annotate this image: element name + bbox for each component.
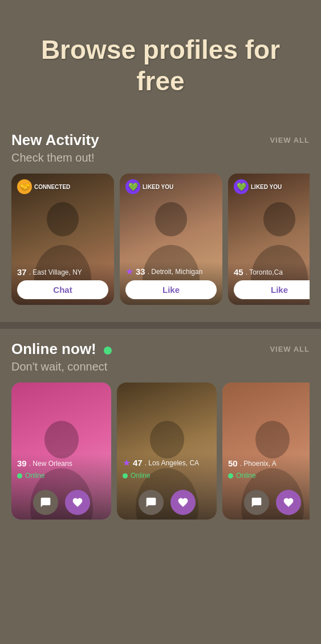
online-now-header: Online now! VIEW ALL (11, 340, 310, 358)
online-dot-3 (228, 473, 233, 478)
online-status-2: Online (123, 472, 211, 480)
online-view-all[interactable]: VIEW ALL (270, 345, 310, 353)
online-age-3: 50 (228, 458, 238, 468)
like-btn-online-1[interactable] (65, 490, 90, 515)
heart-icon-2 (177, 497, 189, 508)
online-indicator-dot (104, 347, 112, 355)
activity-card-1: 🤝 CONNECTED 37 . East Village, NY Chat (11, 174, 114, 305)
online-card-2: ★ 47 . Los Angeles, CA Online (117, 383, 217, 520)
section-separator (0, 322, 321, 329)
liked-icon-3: 💚 (234, 179, 249, 194)
badge-label-3: LIKED YOU (251, 184, 282, 190)
connected-icon: 🤝 (17, 179, 32, 194)
card-overlay-1: 37 . East Village, NY Chat (11, 263, 114, 305)
hero-title: Browse profiles for free (17, 34, 304, 97)
card-location-3: . Toronto,Ca (246, 268, 283, 276)
online-now-title: Online now! (11, 340, 112, 358)
online-card-3: 50 . Phoenix, A Online (222, 383, 310, 520)
new-activity-cards-row: 🤝 CONNECTED 37 . East Village, NY Chat (11, 174, 310, 305)
svg-point-6 (44, 421, 79, 458)
new-activity-title: New Activity (11, 131, 99, 149)
star-icon-2: ★ (125, 266, 133, 277)
new-activity-header: New Activity VIEW ALL (11, 131, 310, 149)
activity-card-2: 💚 LIKED YOU ★ 33 . Detroit, Michigan Lik… (120, 174, 222, 305)
liked-badge-2: 💚 LIKED YOU (125, 179, 173, 194)
hero-section: Browse profiles for free (0, 0, 321, 120)
new-activity-section: New Activity VIEW ALL Check them out! 🤝 … (0, 120, 321, 322)
message-btn-online-1[interactable] (33, 490, 58, 515)
online-status-1: Online (17, 472, 105, 480)
online-text-3: Online (236, 472, 256, 480)
online-info-3: 50 . Phoenix, A (228, 458, 310, 468)
online-actions-1 (17, 484, 105, 520)
new-activity-subtitle: Check them out! (11, 151, 310, 164)
online-text-1: Online (25, 472, 45, 480)
online-location-1: . New Orleans (29, 460, 72, 468)
card-info-3: 45 . Toronto,Ca (234, 267, 310, 277)
badge-label-1: CONNECTED (34, 184, 70, 190)
online-overlay-3: 50 . Phoenix, A Online (222, 454, 310, 520)
card-overlay-2: ★ 33 . Detroit, Michigan Like (120, 261, 222, 305)
star-icon-online-2: ★ (123, 457, 131, 468)
online-actions-3 (228, 484, 310, 520)
online-info-1: 39 . New Orleans (17, 458, 105, 468)
badge-label-2: LIKED YOU (143, 184, 173, 190)
card-age-3: 45 (234, 267, 243, 277)
card-location-2: . Detroit, Michigan (148, 268, 203, 276)
card-location-1: . East Village, NY (29, 268, 82, 276)
svg-point-4 (263, 202, 295, 236)
message-icon-2 (145, 497, 157, 508)
liked-badge-3: 💚 LIKED YOU (234, 179, 282, 194)
like-btn-online-3[interactable] (276, 490, 301, 515)
online-text-2: Online (131, 472, 151, 480)
online-status-3: Online (228, 472, 310, 480)
liked-icon-2: 💚 (125, 179, 140, 194)
message-btn-online-2[interactable] (139, 490, 164, 515)
card-overlay-3: 45 . Toronto,Ca Like (228, 263, 310, 305)
online-age-2: 47 (133, 458, 143, 468)
online-overlay-2: ★ 47 . Los Angeles, CA Online (117, 453, 217, 520)
message-icon-1 (40, 497, 51, 508)
chat-button-1[interactable]: Chat (17, 280, 108, 299)
card-age-2: 33 (136, 267, 145, 276)
online-location-3: . Phoenix, A (240, 460, 277, 468)
heart-icon-3 (283, 497, 294, 508)
heart-icon-1 (72, 497, 83, 508)
like-btn-online-2[interactable] (170, 490, 196, 515)
new-activity-view-all[interactable]: VIEW ALL (270, 136, 310, 144)
activity-card-3: 💚 LIKED YOU 45 . Toronto,Ca Like (228, 174, 310, 305)
online-info-2: ★ 47 . Los Angeles, CA (123, 457, 211, 468)
online-now-subtitle: Don't wait, connect (11, 360, 310, 373)
card-info-1: 37 . East Village, NY (17, 267, 108, 277)
like-button-2[interactable]: Like (125, 280, 217, 299)
online-age-1: 39 (17, 458, 27, 468)
svg-point-10 (255, 421, 290, 458)
online-location-2: . Los Angeles, CA (145, 459, 199, 467)
online-actions-2 (123, 484, 211, 520)
message-icon-3 (251, 497, 262, 508)
online-overlay-1: 39 . New Orleans Online (11, 454, 111, 520)
online-dot-2 (123, 473, 128, 478)
online-dot-1 (17, 473, 22, 478)
like-button-3[interactable]: Like (234, 280, 310, 299)
message-btn-online-3[interactable] (244, 490, 269, 515)
svg-point-0 (47, 202, 79, 236)
connected-badge-1: 🤝 CONNECTED (17, 179, 70, 194)
svg-point-2 (155, 202, 187, 236)
online-card-1: 39 . New Orleans Online (11, 383, 111, 520)
card-age-1: 37 (17, 267, 27, 277)
card-info-2: ★ 33 . Detroit, Michigan (125, 266, 217, 277)
online-now-section: Online now! VIEW ALL Don't wait, connect… (0, 329, 321, 537)
online-cards-row: 39 . New Orleans Online (11, 383, 310, 520)
